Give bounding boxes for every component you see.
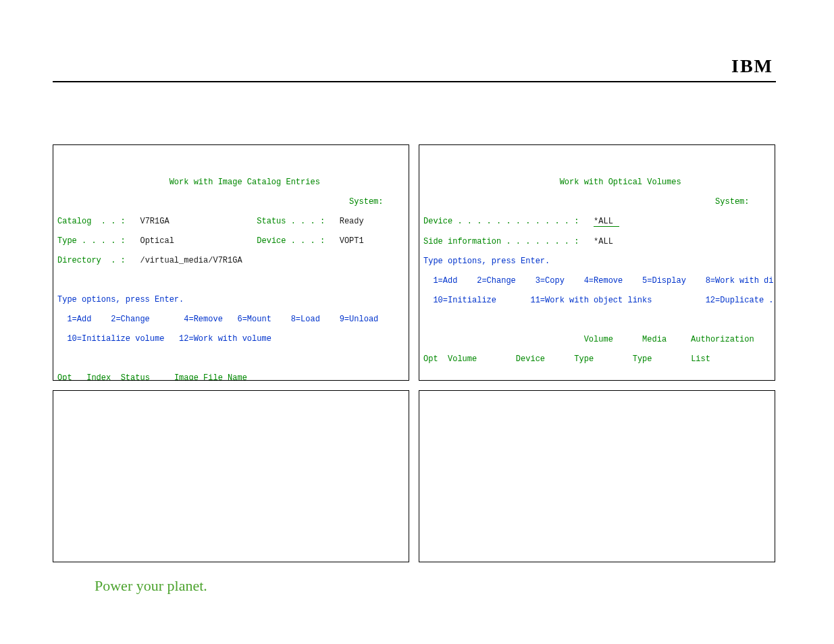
term-title: Work with Optical Volumes <box>560 178 681 187</box>
device-label: Device . . . . . . . . . . . . : <box>423 217 579 226</box>
col-volume: Volume <box>448 354 477 364</box>
col-index: Index <box>86 373 111 381</box>
options-line-1: 1=Add 2=Change 3=Copy 4=Remove 5=Display… <box>423 276 771 286</box>
col-voltype-1: Volume <box>584 335 613 344</box>
catalog-value: V7R1GA <box>140 217 169 226</box>
device-input[interactable]: *ALL <box>594 217 619 227</box>
status-value: Ready <box>340 217 364 226</box>
type-value: Optical <box>140 236 174 246</box>
directory-label: Directory . : <box>57 256 126 265</box>
ibm-logo: IBM <box>731 55 773 77</box>
sideinfo-label: Side information . . . . . . . : <box>423 237 579 246</box>
col-mediatype-2: Type <box>633 354 652 364</box>
options-line-2: 10=Initialize volume 12=Work with volume <box>57 334 405 344</box>
sideinfo-value: *ALL <box>594 237 613 246</box>
col-opt: Opt <box>423 354 438 364</box>
device-label: Device . . . : <box>257 236 325 246</box>
col-voltype-2: Type <box>574 354 594 364</box>
options-line-1: 1=Add 2=Change 4=Remove 6=Mount 8=Load 9… <box>57 315 405 325</box>
col-mediatype-1: Media <box>642 335 667 344</box>
header-rule <box>53 81 776 82</box>
terminal-empty-left <box>53 390 409 562</box>
options-line-2: 10=Initialize 11=Work with object links … <box>423 296 771 306</box>
type-label: Type . . . . : <box>57 236 126 246</box>
terminal-empty-right <box>419 390 775 562</box>
terminal-grid: Work with Image Catalog Entries System: … <box>53 144 775 562</box>
device-value: VOPT1 <box>340 236 364 246</box>
instructions: Type options, press Enter. <box>423 257 771 267</box>
directory-value: /virtual_media/V7R1GA <box>140 256 242 265</box>
footer-tagline: Power your planet. <box>95 577 207 595</box>
col-image: Image File Name <box>174 373 247 381</box>
system-label: System: <box>715 197 749 207</box>
system-label: System: <box>349 197 383 207</box>
col-auth-1: Authorization <box>691 335 754 344</box>
status-label: Status . . . : <box>257 217 325 226</box>
col-opt: Opt <box>57 373 72 381</box>
col-status: Status <box>121 373 150 381</box>
terminal-optical-volumes: Work with Optical Volumes System: Device… <box>419 144 775 381</box>
col-auth-2: List <box>691 354 710 364</box>
col-device: Device <box>516 354 545 364</box>
instructions: Type options, press Enter. <box>57 295 405 305</box>
term-title: Work with Image Catalog Entries <box>170 178 320 187</box>
catalog-label: Catalog . . : <box>57 217 126 226</box>
terminal-image-catalog: Work with Image Catalog Entries System: … <box>53 144 409 381</box>
